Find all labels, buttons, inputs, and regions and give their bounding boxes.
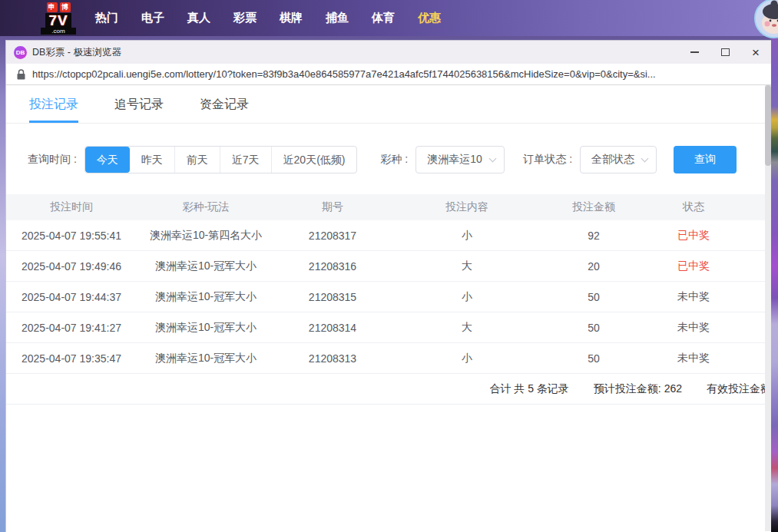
cell-game-play: 澳洲幸运10-冠军大小 xyxy=(137,321,275,335)
cell-status: 未中奖 xyxy=(644,321,743,335)
nav-item-lottery[interactable]: 彩票 xyxy=(222,11,268,25)
cell-bet-content: 小 xyxy=(390,352,544,365)
time-option-yesterday[interactable]: 昨天 xyxy=(130,147,174,173)
cell-bet-time: 2025-04-07 19:35:47 xyxy=(6,352,137,365)
cell-bet-amount: 50 xyxy=(544,322,644,334)
cell-game-play: 澳洲幸运10-冠军大小 xyxy=(137,290,275,304)
window-titlebar: DB DB彩票 - 极速浏览器 × xyxy=(6,41,771,64)
url-text: https://ctopcp02pcali.uengi5e.com/lotter… xyxy=(32,68,656,80)
table-row: 2025-04-07 19:55:41 澳洲幸运10-第四名大小 2120831… xyxy=(6,220,771,251)
filter-bar: 查询时间 : 今天 昨天 前天 近7天 近20天(低频) 彩种 : 澳洲幸运10… xyxy=(28,146,771,173)
summary-total-records: 合计 共 5 条记录 xyxy=(489,382,568,396)
time-option-7days[interactable]: 近7天 xyxy=(220,147,271,173)
lock-icon xyxy=(17,69,25,80)
brand-logo-text: 7V xyxy=(45,13,71,28)
cell-bet-time: 2025-04-07 19:49:46 xyxy=(6,260,137,273)
table-row: 2025-04-07 19:41:27 澳洲幸运10-冠军大小 21208314… xyxy=(6,312,771,343)
query-button[interactable]: 查询 xyxy=(674,146,737,173)
brand-badge-1: 申 xyxy=(47,2,58,12)
cell-bet-time: 2025-04-07 19:44:37 xyxy=(6,291,137,303)
table-row: 2025-04-07 19:35:47 澳洲幸运10-冠军大小 21208313… xyxy=(6,343,771,374)
cell-bet-amount: 50 xyxy=(544,291,644,303)
nav-item-sports[interactable]: 体育 xyxy=(360,11,406,25)
time-option-day-before[interactable]: 前天 xyxy=(174,147,220,173)
close-button[interactable]: × xyxy=(740,41,771,64)
header-bet-content: 投注内容 xyxy=(390,200,544,214)
table-header-row: 投注时间 彩种-玩法 期号 投注内容 投注金额 状态 xyxy=(6,194,771,220)
brand-badge-2: 博 xyxy=(60,2,71,12)
time-option-today[interactable]: 今天 xyxy=(85,147,130,173)
scrollbar-thumb[interactable] xyxy=(765,85,771,166)
tab-chase-records[interactable]: 追号记录 xyxy=(114,85,164,123)
table-row: 2025-04-07 19:49:46 澳洲幸运10-冠军大小 21208316… xyxy=(6,251,771,282)
cell-status: 已中奖 xyxy=(644,229,743,243)
maximize-icon xyxy=(721,48,730,56)
cell-bet-amount: 92 xyxy=(544,230,644,242)
window-title: DB彩票 - 极速浏览器 xyxy=(32,46,121,59)
header-bet-amount: 投注金额 xyxy=(544,200,644,214)
order-status-value: 全部状态 xyxy=(591,153,634,167)
top-navigation: 申 博 7V .com 热门 电子 真人 彩票 棋牌 捕鱼 体育 优惠 xyxy=(0,0,778,36)
cell-issue: 21208317 xyxy=(275,230,390,242)
cell-issue: 21208316 xyxy=(275,260,390,273)
time-range-group: 今天 昨天 前天 近7天 近20天(低频) xyxy=(84,146,358,173)
cell-bet-content: 小 xyxy=(390,290,544,304)
header-status: 状态 xyxy=(644,200,743,214)
summary-valid-amount: 有效投注金额 xyxy=(707,382,771,396)
nav-item-promo[interactable]: 优惠 xyxy=(406,11,452,25)
window-controls: × xyxy=(679,41,771,64)
tab-fund-records[interactable]: 资金记录 xyxy=(200,85,249,123)
page-content: 投注记录 追号记录 资金记录 查询时间 : 今天 昨天 前天 近7天 近20天(… xyxy=(6,85,771,531)
nav-item-board[interactable]: 棋牌 xyxy=(268,11,314,25)
cell-status: 未中奖 xyxy=(644,290,743,304)
chevron-down-icon xyxy=(641,154,649,162)
brand-logo-suffix: .com xyxy=(41,28,76,35)
minimize-icon xyxy=(690,51,699,53)
nav-menu: 热门 电子 真人 彩票 棋牌 捕鱼 体育 优惠 xyxy=(84,11,452,25)
url-bar[interactable]: https://ctopcp02pcali.uengi5e.com/lotter… xyxy=(6,64,771,85)
header-issue: 期号 xyxy=(275,200,390,214)
brand-logo: 申 博 7V .com xyxy=(41,2,76,35)
lottery-type-select[interactable]: 澳洲幸运10 xyxy=(415,146,505,173)
time-option-20days[interactable]: 近20天(低频) xyxy=(271,147,357,173)
nav-item-hot[interactable]: 热门 xyxy=(84,11,130,25)
cell-bet-content: 大 xyxy=(390,321,544,335)
bet-records-table: 投注时间 彩种-玩法 期号 投注内容 投注金额 状态 2025-04-07 19… xyxy=(6,194,771,405)
nav-item-slots[interactable]: 电子 xyxy=(130,11,176,25)
cell-game-play: 澳洲幸运10-冠军大小 xyxy=(137,352,275,365)
cell-game-play: 澳洲幸运10-冠军大小 xyxy=(137,259,275,273)
maximize-button[interactable] xyxy=(710,41,740,64)
page: 申 博 7V .com 热门 电子 真人 彩票 棋牌 捕鱼 体育 优惠 xyxy=(0,0,778,532)
summary-expected-amount: 预计投注金额: 262 xyxy=(594,382,682,396)
nav-item-live[interactable]: 真人 xyxy=(176,11,222,25)
cell-issue: 21208314 xyxy=(275,322,390,334)
cell-bet-content: 大 xyxy=(390,259,544,273)
avatar-cartoon-icon xyxy=(756,0,778,37)
order-status-label: 订单状态 : xyxy=(523,153,572,167)
header-bet-time: 投注时间 xyxy=(6,200,137,214)
order-status-select[interactable]: 全部状态 xyxy=(580,146,657,173)
record-tabs: 投注记录 追号记录 资金记录 xyxy=(6,85,771,124)
brand-badges: 申 博 xyxy=(47,2,71,12)
cell-bet-content: 小 xyxy=(390,229,544,243)
app-icon: DB xyxy=(14,46,27,59)
lottery-type-label: 彩种 : xyxy=(380,153,408,167)
header-game-play: 彩种-玩法 xyxy=(137,200,275,214)
tab-bet-records[interactable]: 投注记录 xyxy=(29,85,78,123)
minimize-button[interactable] xyxy=(679,41,710,64)
browser-window: DB DB彩票 - 极速浏览器 × https://ctopcp02pcali.… xyxy=(6,41,771,532)
cell-issue: 21208315 xyxy=(275,291,390,303)
nav-item-fishing[interactable]: 捕鱼 xyxy=(314,11,360,25)
cell-status: 已中奖 xyxy=(644,259,743,273)
table-row: 2025-04-07 19:44:37 澳洲幸运10-冠军大小 21208315… xyxy=(6,282,771,312)
cell-game-play: 澳洲幸运10-第四名大小 xyxy=(137,229,275,243)
background-page-strip xyxy=(771,0,778,532)
lottery-type-value: 澳洲幸运10 xyxy=(427,153,482,167)
cell-bet-amount: 20 xyxy=(544,260,644,273)
content-scrollbar[interactable] xyxy=(765,85,771,531)
cell-issue: 21208313 xyxy=(275,352,390,365)
close-icon: × xyxy=(752,46,760,59)
query-time-label: 查询时间 : xyxy=(28,153,77,167)
cell-bet-amount: 50 xyxy=(544,352,644,365)
chevron-down-icon xyxy=(489,154,497,162)
